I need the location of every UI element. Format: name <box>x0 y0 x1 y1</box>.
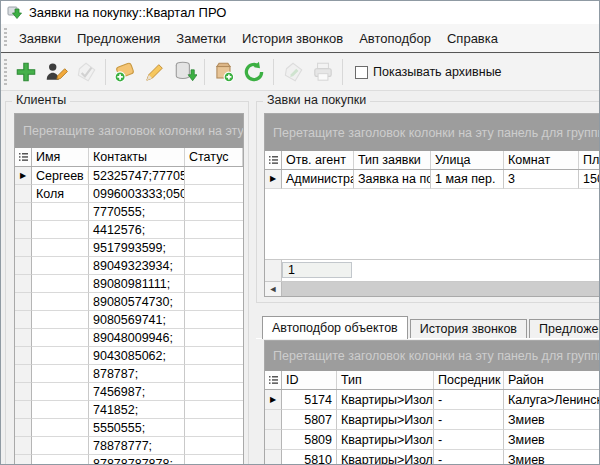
client-name-cell[interactable]: Коля <box>32 185 89 203</box>
row-indicator-cell[interactable] <box>15 455 32 465</box>
match-type-cell[interactable]: Квартиры>Изолир <box>337 430 434 450</box>
client-row[interactable]: 89080574730; <box>15 293 243 311</box>
match-id-cell[interactable]: 5809 <box>282 430 337 450</box>
row-indicator-cell[interactable] <box>15 257 32 275</box>
menu-grip-handle[interactable] <box>4 28 7 48</box>
client-row[interactable]: 87878787878; <box>15 455 243 465</box>
add-client-button[interactable] <box>11 57 41 87</box>
client-status-cell[interactable] <box>185 203 243 221</box>
confirm-disabled-button[interactable] <box>71 57 101 87</box>
tab-item[interactable]: История звонков <box>410 319 527 339</box>
match-id-cell[interactable]: 5807 <box>282 410 337 430</box>
horizontal-scrollbar[interactable]: ◄ <box>265 281 600 296</box>
column-header-district[interactable]: Район <box>504 371 600 389</box>
tab-item[interactable]: Предложения <box>529 319 600 339</box>
export-db-button[interactable] <box>170 57 200 87</box>
match-type-cell[interactable]: Квартиры>Изолир <box>337 390 434 410</box>
column-header-agent[interactable]: Отв. агент <box>282 151 354 169</box>
request-type-cell[interactable]: Заявка на поку <box>354 170 431 189</box>
request-rooms-cell[interactable]: 3 <box>504 170 579 189</box>
client-row[interactable]: 4412576; <box>15 221 243 239</box>
client-name-cell[interactable] <box>32 293 89 311</box>
client-status-cell[interactable] <box>185 401 243 419</box>
edit-client-button[interactable] <box>41 57 71 87</box>
client-status-cell[interactable] <box>185 383 243 401</box>
match-agent-cell[interactable]: - <box>434 450 504 465</box>
match-type-cell[interactable]: Квартиры>Изолир <box>337 410 434 430</box>
match-district-cell[interactable]: Змиев <box>504 410 600 430</box>
column-header-agent[interactable]: Посредник <box>434 371 504 389</box>
client-status-cell[interactable] <box>185 221 243 239</box>
client-contacts-cell[interactable]: 5550555; <box>89 419 185 437</box>
indicator-column-header[interactable] <box>265 371 282 389</box>
client-contacts-cell[interactable]: 78878777; <box>89 437 185 455</box>
column-header-contacts[interactable]: Контакты <box>89 148 185 166</box>
client-row[interactable]: 89080981111; <box>15 275 243 293</box>
tab-item[interactable]: Автоподбор объектов <box>262 316 408 339</box>
column-header-name[interactable]: Имя <box>32 148 89 166</box>
match-row[interactable]: 5810 Квартиры>Изолир - Змиев <box>265 450 600 465</box>
column-header-type[interactable]: Тип заявки <box>354 151 431 169</box>
column-header-type[interactable]: Тип <box>337 371 434 389</box>
client-status-cell[interactable] <box>185 347 243 365</box>
client-name-cell[interactable] <box>32 329 89 347</box>
client-row[interactable]: 89049323934; <box>15 257 243 275</box>
client-contacts-cell[interactable]: 7456987; <box>89 383 185 401</box>
client-name-cell[interactable] <box>32 203 89 221</box>
client-contacts-cell[interactable]: 0996003333;05064 <box>89 185 185 203</box>
add-object-button[interactable] <box>209 57 239 87</box>
client-contacts-cell[interactable]: 4412576; <box>89 221 185 239</box>
menu-item[interactable]: Справка <box>439 27 506 50</box>
match-row[interactable]: ▶ 5174 Квартиры>Изолир - Калуга>Ленински <box>265 390 600 410</box>
show-archived-checkbox[interactable]: Показывать архивные <box>355 65 502 79</box>
edit-request-button[interactable] <box>140 57 170 87</box>
match-agent-cell[interactable]: - <box>434 410 504 430</box>
client-row[interactable]: ▶ Сергеев Ив 52325747;7770555 <box>15 167 243 185</box>
match-id-cell[interactable]: 5174 <box>282 390 337 410</box>
export-doc-disabled-button[interactable] <box>278 57 308 87</box>
toolbar-grip-handle[interactable] <box>4 59 7 85</box>
match-district-cell[interactable]: Калуга>Ленински <box>504 390 600 410</box>
client-status-cell[interactable] <box>185 329 243 347</box>
request-area-cell[interactable]: 150 <box>579 170 600 189</box>
row-indicator-cell[interactable]: ▶ <box>265 390 282 410</box>
client-contacts-cell[interactable]: 89049323934; <box>89 257 185 275</box>
client-contacts-cell[interactable]: 89048009946; <box>89 329 185 347</box>
client-status-cell[interactable] <box>185 311 243 329</box>
client-status-cell[interactable] <box>185 185 243 203</box>
client-row[interactable]: 5550555; <box>15 419 243 437</box>
client-name-cell[interactable] <box>32 347 89 365</box>
request-street-cell[interactable]: 1 мая пер. <box>431 170 504 189</box>
client-contacts-cell[interactable]: 9517993599; <box>89 239 185 257</box>
match-row[interactable]: 5809 Квартиры>Изолир - Змиев <box>265 430 600 450</box>
client-name-cell[interactable] <box>32 221 89 239</box>
row-indicator-cell[interactable] <box>265 430 282 450</box>
refresh-button[interactable] <box>239 57 269 87</box>
client-name-cell[interactable] <box>32 257 89 275</box>
row-indicator-cell[interactable] <box>15 401 32 419</box>
matches-groupby-panel[interactable]: Перетащите заголовок колонки на эту пане… <box>265 341 600 371</box>
row-indicator-cell[interactable] <box>15 365 32 383</box>
match-agent-cell[interactable]: - <box>434 390 504 410</box>
column-header-id[interactable]: ID <box>282 371 337 389</box>
menu-item[interactable]: Автоподбор <box>351 27 439 50</box>
client-row[interactable]: 878787; <box>15 365 243 383</box>
column-header-status[interactable]: Статус <box>185 148 243 166</box>
print-disabled-button[interactable] <box>308 57 338 87</box>
row-indicator-cell[interactable] <box>15 185 32 203</box>
request-row[interactable]: ▶ Администрат Заявка на поку 1 мая пер. … <box>265 170 600 189</box>
row-indicator-cell[interactable] <box>15 221 32 239</box>
client-status-cell[interactable] <box>185 275 243 293</box>
client-status-cell[interactable] <box>185 455 243 465</box>
client-status-cell[interactable] <box>185 365 243 383</box>
match-district-cell[interactable]: Змиев <box>504 430 600 450</box>
row-indicator-cell[interactable] <box>265 450 282 465</box>
client-contacts-cell[interactable]: 9080569741; <box>89 311 185 329</box>
row-indicator-cell[interactable] <box>15 203 32 221</box>
client-name-cell[interactable] <box>32 401 89 419</box>
match-id-cell[interactable]: 5810 <box>282 450 337 465</box>
match-district-cell[interactable]: Змиев <box>504 450 600 465</box>
column-header-rooms[interactable]: Комнат <box>504 151 579 169</box>
row-indicator-cell[interactable] <box>15 347 32 365</box>
client-contacts-cell[interactable]: 878787; <box>89 365 185 383</box>
